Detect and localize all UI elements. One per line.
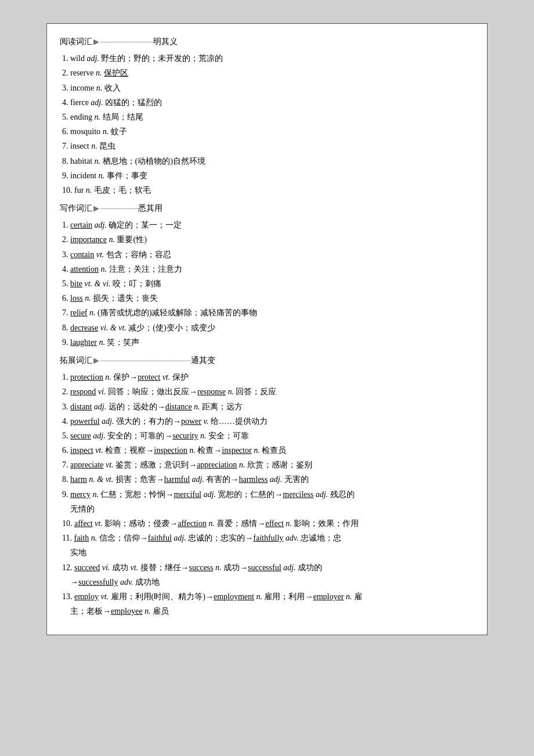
reading-item-3: 3. income n. 收入 xyxy=(60,81,474,95)
writing-section-header: 写作词汇 ▶ ————— 悉其用 xyxy=(60,201,474,215)
reading-item-5: 5. ending n. 结局；结尾 xyxy=(60,110,474,124)
expansion-section-header: 拓展词汇 ▶ ———————————— 通其变 xyxy=(60,353,474,368)
expansion-item-4: 4. powerful adj. 强大的；有力的→power v. 给……提供动… xyxy=(60,414,474,429)
writing-item-9: 9. laughter n. 笑；笑声 xyxy=(60,335,474,350)
expansion-item-9: 9. mercy n. 仁慈；宽恕；怜悯→merciful adj. 宽恕的；仁… xyxy=(60,487,474,516)
expansion-item-8: 8. harm n. & vt. 损害；危害→harmful adj. 有害的→… xyxy=(60,472,474,487)
reading-item-2: 2. reserve n. 保护区 xyxy=(60,66,474,80)
writing-item-6: 6. loss n. 损失；遗失；丧失 xyxy=(60,291,474,305)
writing-title: 写作词汇 xyxy=(60,201,92,215)
writing-divider: ————— xyxy=(100,201,138,215)
writing-suffix: 悉其用 xyxy=(138,201,163,215)
reading-item-9: 9. incident n. 事件；事变 xyxy=(60,168,474,183)
reading-item-8: 8. habitat n. 栖息地；(动植物的)自然环境 xyxy=(60,154,474,168)
writing-item-7: 7. relief n. (痛苦或忧虑的)减轻或解除；减轻痛苦的事物 xyxy=(60,305,474,320)
reading-item-4: 4. fierce adj. 凶猛的；猛烈的 xyxy=(60,95,474,110)
reading-suffix: 明其义 xyxy=(153,34,178,49)
writing-item-8: 8. decrease vi. & vt. 减少；(使)变小；或变少 xyxy=(60,321,474,335)
expansion-section: 拓展词汇 ▶ ———————————— 通其变 1. protection n.… xyxy=(60,353,474,618)
expansion-item-7: 7. appreciate vt. 鉴赏；感激；意识到→appreciation… xyxy=(60,458,474,472)
writing-item-2: 2. importance n. 重要(性) xyxy=(60,232,474,247)
reading-title: 阅读词汇 xyxy=(60,34,92,49)
reading-section-header: 阅读词汇 ▶ ——————— 明其义 xyxy=(60,34,474,49)
expansion-divider: ———————————— xyxy=(100,353,191,368)
expansion-item-12: 12. succeed vi. 成功 vt. 接替；继任→success n. … xyxy=(60,560,474,589)
expansion-item-11: 11. faith n. 信念；信仰→faithful adj. 忠诚的；忠实的… xyxy=(60,531,474,560)
expansion-suffix: 通其变 xyxy=(191,353,215,368)
expansion-item-1: 1. protection n. 保护→protect vt. 保护 xyxy=(60,370,474,384)
expansion-item-2: 2. respond vi. 回答；响应；做出反应→response n. 回答… xyxy=(60,384,474,399)
expansion-item-10: 10. affect vt. 影响；感动；侵袭→affection n. 喜爱；… xyxy=(60,516,474,531)
writing-item-4: 4. attention n. 注意；关注；注意力 xyxy=(60,262,474,276)
writing-item-1: 1. certain adj. 确定的；某一；一定 xyxy=(60,218,474,232)
writing-arrow-icon: ▶ xyxy=(93,201,99,215)
expansion-arrow-icon: ▶ xyxy=(93,354,99,367)
expansion-item-13: 13. employ vt. 雇用；利用(时间、精力等)→employment … xyxy=(60,589,474,618)
reading-item-6: 6. mosquito n. 蚊子 xyxy=(60,124,474,139)
reading-section: 阅读词汇 ▶ ——————— 明其义 1. wild adj. 野生的；野的；未… xyxy=(60,34,474,197)
expansion-title: 拓展词汇 xyxy=(60,353,92,368)
expansion-item-3: 3. distant adj. 远的；远处的→distance n. 距离；远方 xyxy=(60,399,474,414)
expansion-item-5: 5. secure adj. 安全的；可靠的→security n. 安全；可靠 xyxy=(60,429,474,443)
expansion-item-6: 6. inspect vt. 检查；视察→inspection n. 检查→in… xyxy=(60,443,474,458)
reading-item-10: 10. fur n. 毛皮；毛；软毛 xyxy=(60,183,474,197)
reading-divider: ——————— xyxy=(100,34,153,49)
writing-item-5: 5. bite vt. & vi. 咬；叮；刺痛 xyxy=(60,276,474,291)
reading-item-1: 1. wild adj. 野生的；野的；未开发的；荒凉的 xyxy=(60,51,474,66)
main-content: 阅读词汇 ▶ ——————— 明其义 1. wild adj. 野生的；野的；未… xyxy=(46,23,488,635)
writing-section: 写作词汇 ▶ ————— 悉其用 1. certain adj. 确定的；某一；… xyxy=(60,201,474,350)
reading-item-7: 7. insect n. 昆虫 xyxy=(60,139,474,153)
reading-arrow-icon: ▶ xyxy=(93,35,99,48)
writing-item-3: 3. contain vt. 包含；容纳；容忍 xyxy=(60,247,474,262)
